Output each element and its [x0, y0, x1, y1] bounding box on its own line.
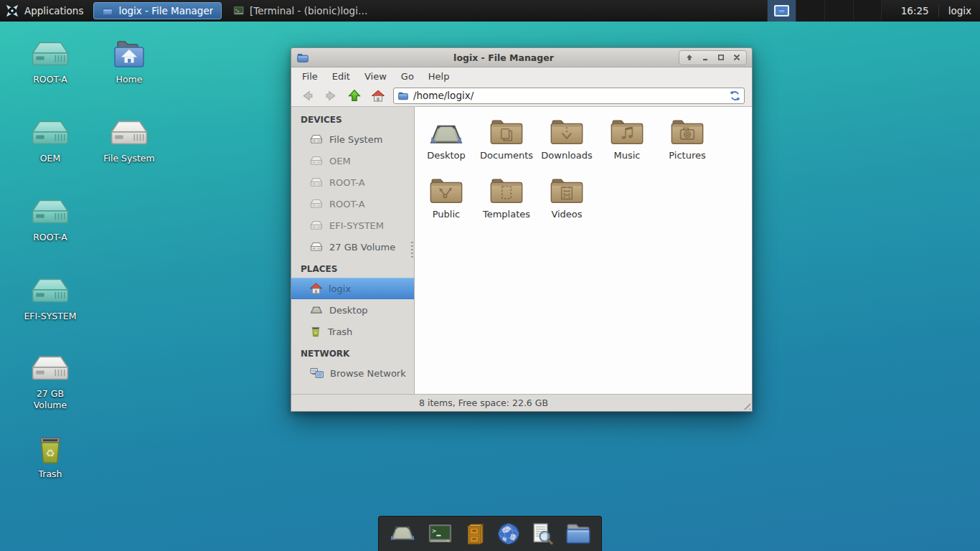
- home-folder-icon: [112, 39, 146, 70]
- sidebar-item-trash[interactable]: Trash: [291, 321, 414, 342]
- workspace-2[interactable]: [796, 0, 824, 22]
- workspace-3[interactable]: [824, 0, 853, 22]
- sidebar-item-desktop[interactable]: Desktop: [291, 299, 414, 321]
- drive-icon: [31, 40, 70, 70]
- desktop-icon-label: OEM: [40, 153, 61, 164]
- dock-terminal-button[interactable]: [427, 523, 453, 545]
- forward-button[interactable]: [322, 87, 339, 104]
- file-list: Desktop Documents Downloads Music Pictur…: [415, 107, 752, 394]
- downloads-folder-icon: [549, 117, 585, 147]
- desktop-icon-label: 27 GB Volume: [28, 388, 72, 412]
- minimize-button[interactable]: [698, 52, 712, 64]
- sidebar-item-file-system[interactable]: File System: [291, 128, 414, 150]
- sidebar-item-root-a-2[interactable]: ROOT-A: [291, 193, 414, 215]
- sidebar-item-root-a-1[interactable]: ROOT-A: [291, 171, 414, 193]
- drive-icon: [310, 220, 323, 230]
- up-icon: [348, 89, 361, 102]
- desktop-icon-oem[interactable]: OEM: [13, 119, 88, 164]
- dock-web-browser-button[interactable]: [497, 522, 520, 545]
- home-icon: [372, 90, 385, 102]
- file-item-downloads[interactable]: Downloads: [537, 117, 597, 176]
- home-button[interactable]: [369, 87, 387, 104]
- minimize-icon: [701, 53, 710, 62]
- network-header: NETWORK: [291, 342, 414, 362]
- dock-file-search-button[interactable]: [531, 522, 554, 545]
- menu-go[interactable]: Go: [394, 69, 421, 84]
- up-button[interactable]: [346, 87, 363, 104]
- drive-icon: [310, 156, 323, 166]
- trash-icon: [310, 326, 321, 337]
- desktop-icon-efi-system[interactable]: EFI-SYSTEM: [13, 277, 88, 322]
- back-button[interactable]: [298, 87, 316, 104]
- drive-icon: [310, 242, 323, 252]
- desktop-icon: [310, 306, 323, 315]
- resize-grip[interactable]: [741, 400, 750, 410]
- places-header: PLACES: [291, 258, 414, 278]
- drive-icon: [31, 119, 70, 149]
- workspace-1[interactable]: [767, 0, 796, 22]
- sidebar-item-browse-network[interactable]: Browse Network: [291, 362, 414, 384]
- menu-view[interactable]: View: [357, 69, 394, 84]
- globe-icon: [497, 522, 520, 545]
- sidebar: DEVICES File System OEM ROOT-A ROOT-A: [291, 107, 415, 394]
- file-item-documents[interactable]: Documents: [476, 117, 537, 176]
- applications-menu-label: Applications: [24, 5, 83, 17]
- desktop-icon-label: Trash: [38, 468, 62, 480]
- public-folder-icon: [428, 176, 464, 206]
- workspace-4[interactable]: [853, 0, 882, 22]
- dock-file-manager-button[interactable]: [565, 522, 592, 545]
- sidebar-item-logix[interactable]: logix: [291, 278, 414, 299]
- desktop-icon-file-system[interactable]: File System: [92, 119, 166, 164]
- file-item-templates[interactable]: Templates: [476, 176, 537, 235]
- templates-folder-icon: [489, 176, 524, 206]
- drive-icon: [31, 198, 70, 228]
- file-item-public[interactable]: Public: [416, 176, 476, 235]
- back-icon: [301, 90, 314, 102]
- titlebar[interactable]: logix - File Manager: [291, 48, 752, 67]
- folder-icon: [397, 91, 409, 100]
- file-item-desktop[interactable]: Desktop: [416, 117, 476, 176]
- menu-edit[interactable]: Edit: [325, 69, 357, 84]
- maximize-button[interactable]: [714, 52, 727, 64]
- desktop-icon: [428, 117, 464, 147]
- videos-folder-icon: [549, 176, 585, 206]
- forward-icon: [325, 90, 337, 102]
- desktop-icon-root-a-1[interactable]: ROOT-A: [13, 40, 88, 85]
- drive-icon: [31, 354, 70, 385]
- task-button-label: [Terminal - (bionic)logix...: [250, 5, 370, 17]
- desktop-icon-home[interactable]: Home: [92, 39, 166, 85]
- menu-file[interactable]: File: [295, 69, 325, 84]
- task-button-file-manager[interactable]: logix - File Manager: [93, 2, 222, 19]
- dock-show-desktop-button[interactable]: [389, 523, 416, 545]
- shade-button[interactable]: [682, 52, 696, 64]
- sidebar-item-efi-system[interactable]: EFI-SYSTEM: [291, 215, 414, 236]
- maximize-icon: [717, 53, 725, 62]
- folder-icon: [102, 6, 113, 16]
- path-text: /home/logix/: [413, 90, 473, 101]
- applications-menu-button[interactable]: Applications: [0, 0, 92, 22]
- sidebar-item-oem[interactable]: OEM: [291, 150, 414, 171]
- file-item-pictures[interactable]: Pictures: [657, 117, 717, 176]
- pane-resize-handle[interactable]: [411, 242, 413, 259]
- path-entry[interactable]: /home/logix/: [393, 88, 745, 104]
- window-title: logix - File Manager: [334, 52, 673, 63]
- file-item-videos[interactable]: Videos: [537, 176, 597, 235]
- music-folder-icon: [609, 117, 645, 147]
- desktop-icon-label: ROOT-A: [33, 74, 67, 85]
- refresh-button[interactable]: [730, 90, 740, 101]
- terminal-icon: [427, 523, 453, 545]
- file-item-music[interactable]: Music: [597, 117, 657, 176]
- show-desktop-icon: [389, 523, 416, 545]
- close-button[interactable]: [730, 52, 743, 64]
- desktop-icon-trash[interactable]: Trash: [13, 433, 88, 480]
- task-button-terminal[interactable]: [Terminal - (bionic)logix...: [225, 2, 379, 19]
- desktop-icon-27gb-volume[interactable]: 27 GB Volume: [13, 354, 88, 412]
- dock-file-cabinet-button[interactable]: [464, 523, 486, 545]
- menubar: File Edit View Go Help: [291, 67, 752, 85]
- folder-icon: [778, 8, 786, 14]
- desktop-icon-root-a-2[interactable]: ROOT-A: [13, 198, 88, 243]
- menu-help[interactable]: Help: [421, 69, 457, 84]
- dock: [378, 516, 602, 551]
- sidebar-item-27gb-volume[interactable]: 27 GB Volume: [291, 236, 414, 258]
- file-search-icon: [531, 522, 554, 545]
